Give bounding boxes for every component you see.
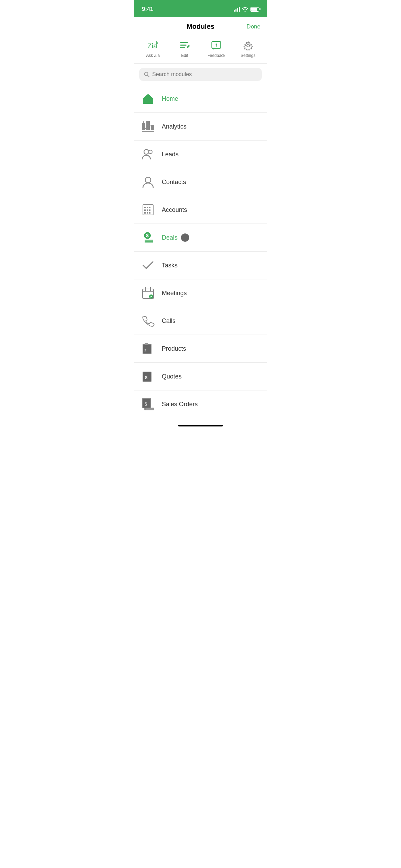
module-item-home[interactable]: Home bbox=[134, 85, 267, 113]
svg-rect-33 bbox=[145, 241, 153, 243]
battery-icon bbox=[250, 7, 259, 12]
module-list: Home Analytics Leads bbox=[134, 85, 267, 418]
svg-text:$: $ bbox=[146, 233, 149, 238]
toolbar-settings[interactable]: Settings bbox=[232, 40, 264, 58]
search-input[interactable] bbox=[152, 71, 257, 77]
module-item-tasks[interactable]: Tasks bbox=[134, 252, 267, 279]
quotes-icon: $ bbox=[141, 369, 156, 384]
svg-point-18 bbox=[149, 150, 152, 154]
svg-rect-27 bbox=[144, 212, 146, 214]
svg-rect-25 bbox=[147, 209, 148, 211]
ask-zia-label: Ask Zia bbox=[146, 53, 160, 58]
module-name-tasks: Tasks bbox=[162, 262, 178, 269]
contacts-icon bbox=[141, 174, 156, 190]
module-name-quotes: Quotes bbox=[162, 373, 182, 380]
svg-point-19 bbox=[145, 177, 151, 183]
home-icon bbox=[141, 91, 156, 106]
search-container bbox=[134, 64, 267, 85]
module-name-accounts: Accounts bbox=[162, 206, 187, 214]
module-item-leads[interactable]: Leads bbox=[134, 141, 267, 168]
module-name-deals: Deals bbox=[162, 234, 178, 241]
deals-icon: $ bbox=[141, 230, 156, 245]
deals-badge bbox=[181, 233, 189, 242]
status-time: 9:41 bbox=[142, 6, 153, 13]
module-name-contacts: Contacts bbox=[162, 179, 186, 186]
module-item-deals[interactable]: $ Deals bbox=[134, 224, 267, 252]
svg-rect-41 bbox=[145, 343, 148, 345]
meetings-icon bbox=[141, 286, 156, 301]
module-name-products: Products bbox=[162, 345, 186, 352]
products-icon: z bbox=[141, 341, 156, 356]
module-name-analytics: Analytics bbox=[162, 123, 186, 130]
svg-rect-6 bbox=[216, 45, 217, 47]
svg-rect-26 bbox=[149, 209, 150, 211]
module-item-analytics[interactable]: Analytics bbox=[134, 113, 267, 141]
svg-rect-2 bbox=[180, 45, 186, 46]
svg-rect-28 bbox=[147, 212, 148, 214]
svg-text:z: z bbox=[144, 347, 147, 352]
module-name-leads: Leads bbox=[162, 151, 179, 158]
svg-point-7 bbox=[247, 44, 250, 47]
toolbar-edit[interactable]: Edit bbox=[169, 40, 201, 58]
svg-rect-29 bbox=[149, 212, 150, 214]
settings-icon bbox=[243, 40, 254, 51]
module-item-products[interactable]: z Products bbox=[134, 335, 267, 363]
svg-rect-21 bbox=[144, 207, 146, 208]
analytics-icon bbox=[141, 119, 156, 134]
wifi-icon bbox=[242, 7, 248, 12]
home-indicator bbox=[178, 425, 223, 426]
module-name-calls: Calls bbox=[162, 317, 175, 325]
svg-line-9 bbox=[148, 75, 149, 77]
module-item-meetings[interactable]: Meetings bbox=[134, 279, 267, 307]
accounts-icon bbox=[141, 202, 156, 217]
svg-rect-10 bbox=[146, 100, 150, 104]
svg-point-17 bbox=[144, 149, 149, 154]
svg-rect-11 bbox=[142, 123, 145, 130]
svg-text:$: $ bbox=[145, 375, 148, 380]
feedback-label: Feedback bbox=[207, 53, 226, 58]
feedback-icon bbox=[211, 40, 222, 51]
svg-rect-3 bbox=[180, 47, 185, 48]
search-icon bbox=[144, 72, 149, 77]
search-bar[interactable] bbox=[139, 68, 262, 81]
signal-icon bbox=[234, 7, 240, 12]
module-item-quotes[interactable]: $ Quotes bbox=[134, 363, 267, 390]
module-item-contacts[interactable]: Contacts bbox=[134, 168, 267, 196]
module-item-accounts[interactable]: Accounts bbox=[134, 196, 267, 224]
svg-rect-14 bbox=[142, 131, 154, 132]
toolbar-feedback[interactable]: Feedback bbox=[200, 40, 232, 58]
svg-text:Zia: Zia bbox=[147, 42, 157, 50]
settings-label: Settings bbox=[241, 53, 255, 58]
module-name-meetings: Meetings bbox=[162, 290, 187, 297]
svg-rect-22 bbox=[147, 207, 148, 208]
svg-rect-24 bbox=[144, 209, 146, 211]
svg-rect-13 bbox=[151, 125, 154, 130]
calls-icon bbox=[141, 313, 156, 328]
sales-orders-icon: $ bbox=[141, 397, 156, 412]
status-icons bbox=[234, 7, 259, 12]
done-button[interactable]: Done bbox=[243, 23, 260, 30]
svg-rect-23 bbox=[149, 207, 150, 208]
module-name-sales-orders: Sales Orders bbox=[162, 401, 198, 408]
module-item-calls[interactable]: Calls bbox=[134, 307, 267, 335]
svg-rect-1 bbox=[180, 42, 188, 43]
svg-point-5 bbox=[216, 44, 217, 45]
svg-point-16 bbox=[147, 121, 149, 123]
leads-icon bbox=[141, 147, 156, 162]
page-header: Modules Done bbox=[134, 17, 267, 36]
svg-point-15 bbox=[143, 121, 144, 123]
status-bar: 9:41 bbox=[134, 0, 267, 17]
svg-rect-50 bbox=[145, 408, 146, 410]
module-item-sales-orders[interactable]: $ Sales Orders bbox=[134, 390, 267, 418]
toolbar: Zia Ask Zia Edit bbox=[134, 36, 267, 64]
bottom-bar bbox=[134, 418, 267, 429]
ask-zia-icon: Zia bbox=[147, 40, 158, 51]
edit-icon bbox=[179, 40, 190, 51]
module-name-home: Home bbox=[162, 95, 178, 103]
svg-text:$: $ bbox=[145, 401, 147, 407]
edit-label: Edit bbox=[181, 53, 188, 58]
toolbar-ask-zia[interactable]: Zia Ask Zia bbox=[137, 40, 169, 58]
page-title: Modules bbox=[158, 23, 243, 31]
tasks-icon bbox=[141, 258, 156, 273]
